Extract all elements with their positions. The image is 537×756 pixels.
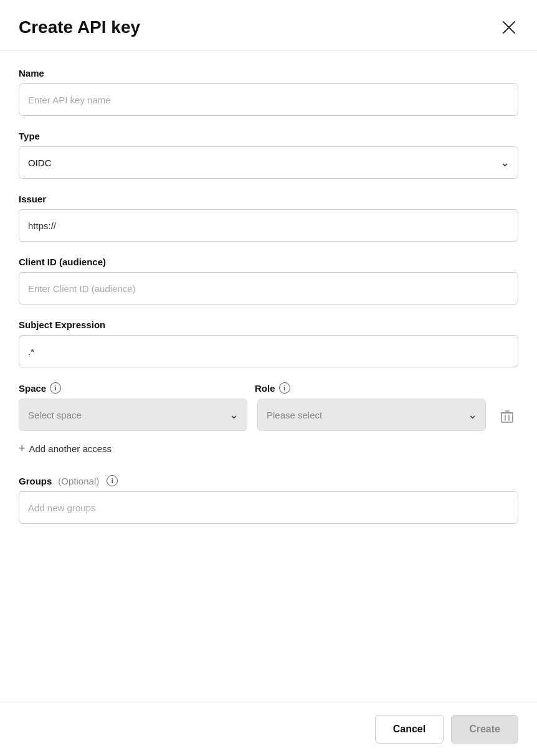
type-field-group: Type OIDC JWT API ⌄ [19,131,518,179]
groups-optional: (Optional) [58,476,99,486]
delete-column [496,404,518,431]
modal-header: Create API key [0,0,537,50]
role-select-wrapper: Please select ⌄ [257,399,486,431]
modal-title: Create API key [19,17,140,37]
issuer-field-group: Issuer [19,194,518,242]
type-select-wrapper: OIDC JWT API ⌄ [19,146,518,179]
create-button[interactable]: Create [451,715,518,744]
subject-expression-field-group: Subject Expression [19,319,518,367]
modal-body: Name Type OIDC JWT API ⌄ Issuer Client I… [0,50,537,702]
role-label-container: Role i [255,382,481,394]
modal-footer: Cancel Create [0,702,537,756]
add-icon: + [19,442,26,455]
subject-expression-input[interactable] [19,335,518,367]
close-button[interactable] [500,18,518,37]
name-label: Name [19,68,518,78]
role-info-icon: i [279,382,290,394]
space-label: Space [19,383,46,394]
groups-label-container: Groups (Optional) i [19,475,518,486]
cancel-button[interactable]: Cancel [375,715,444,744]
issuer-label: Issuer [19,194,518,204]
type-select[interactable]: OIDC JWT API [19,146,518,179]
delete-access-button[interactable] [496,404,518,430]
space-role-row: Select space ⌄ Please select ⌄ [19,399,518,431]
add-another-label: Add another access [29,443,112,454]
space-column: Select space ⌄ [19,399,247,431]
groups-label: Groups [19,476,52,486]
space-select-wrapper: Select space ⌄ [19,399,247,431]
space-role-label-row: Space i Role i [19,382,518,394]
issuer-input[interactable] [19,209,518,242]
space-select[interactable]: Select space [19,399,247,431]
client-id-label: Client ID (audience) [19,257,518,267]
name-input[interactable] [19,83,518,116]
client-id-input[interactable] [19,272,518,305]
spacer [491,382,518,394]
space-info-icon: i [50,382,61,394]
subject-expression-label: Subject Expression [19,319,518,330]
role-select[interactable]: Please select [257,399,486,431]
space-label-container: Space i [19,382,245,394]
role-label: Role [255,383,275,394]
add-another-access-button[interactable]: + Add another access [19,440,112,458]
client-id-field-group: Client ID (audience) [19,257,518,305]
type-label: Type [19,131,518,141]
role-column: Please select ⌄ [257,399,486,431]
name-field-group: Name [19,68,518,116]
groups-input[interactable] [19,491,518,524]
svg-rect-2 [501,413,513,422]
groups-field-group: Groups (Optional) i [19,475,518,524]
create-api-key-modal: Create API key Name Type OIDC JWT API ⌄ [0,0,537,756]
groups-info-icon: i [107,475,118,486]
